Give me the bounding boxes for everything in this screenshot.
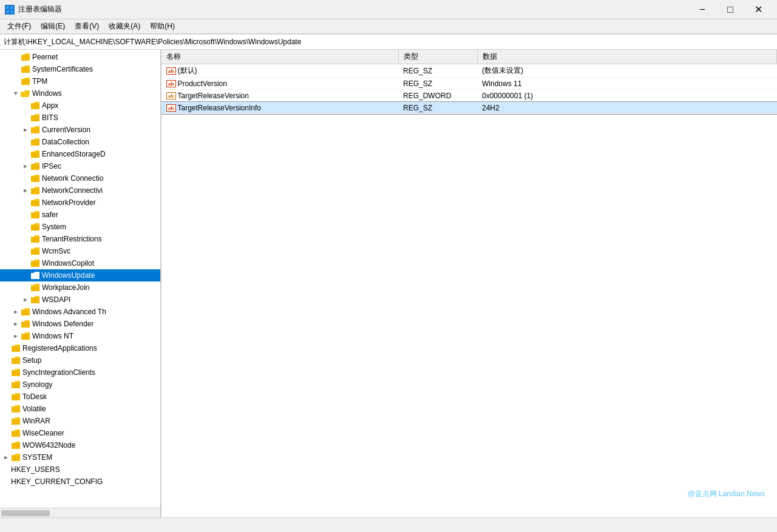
tree-item-windowsupdate[interactable]: WindowsUpdate	[0, 269, 160, 281]
expand-empty	[1, 428, 11, 438]
col-header-type: 类型	[398, 50, 477, 64]
tree-label-peernet: Peernet	[32, 53, 58, 61]
tree-item-hkeyusers[interactable]: HKEY_USERS	[0, 463, 160, 476]
tree-item-networkconnectio[interactable]: Network Connectio	[0, 172, 160, 184]
tree-item-windowsdefender[interactable]: ► Windows Defender	[0, 318, 160, 330]
expand-empty	[21, 283, 30, 292]
expand-empty	[1, 392, 11, 402]
folder-icon	[11, 380, 21, 389]
tree-item-networkconnectivi[interactable]: ► NetworkConnectivi	[0, 184, 160, 197]
expand-empty	[1, 343, 11, 353]
menu-bar: 文件(F) 编辑(E) 查看(V) 收藏夹(A) 帮助(H)	[0, 19, 777, 34]
expand-ipsec[interactable]: ►	[21, 161, 30, 171]
tree-label-workplacejoin: WorkplaceJoin	[42, 283, 89, 292]
expand-empty	[1, 465, 11, 474]
maximize-button[interactable]: □	[716, 0, 744, 19]
close-button[interactable]: ✕	[744, 0, 772, 19]
folder-icon	[30, 174, 40, 183]
tree-item-windowsnt[interactable]: ► Windows NT	[0, 330, 160, 342]
main-content: Peernet SystemCertificates TPM ▼ Windows	[0, 50, 777, 517]
cell-type: REG_SZ	[398, 78, 477, 90]
reg-type-icon-ab: ab	[166, 104, 176, 112]
folder-icon	[11, 453, 21, 462]
expand-windowsdefender[interactable]: ►	[11, 319, 21, 329]
tree-label-datacollection: DataCollection	[42, 138, 89, 146]
tree-item-datacollection[interactable]: DataCollection	[0, 136, 160, 148]
tree-item-volatile[interactable]: Volatile	[0, 403, 160, 415]
expand-empty	[21, 198, 30, 207]
address-bar: 计算机\HKEY_LOCAL_MACHINE\SOFTWARE\Policies…	[0, 34, 777, 50]
expand-system2[interactable]: ►	[1, 453, 11, 462]
folder-icon	[30, 259, 40, 268]
expand-currentversion[interactable]: ►	[21, 125, 30, 135]
svg-rect-3	[10, 10, 13, 13]
tree-item-hkeycurrent[interactable]: HKEY_CURRENT_CONFIG	[0, 476, 160, 488]
cell-type: REG_SZ	[398, 64, 477, 78]
tree-item-wcmsvc[interactable]: WcmSvc	[0, 245, 160, 257]
table-row[interactable]: ab ProductVersion REG_SZ Windows 11	[161, 78, 777, 90]
tree-item-safer[interactable]: safer	[0, 209, 160, 221]
expand-windowsadvancedth[interactable]: ►	[11, 307, 21, 317]
tree-item-wisecleaner[interactable]: WiseCleaner	[0, 427, 160, 439]
folder-icon	[30, 247, 40, 255]
folder-icon	[30, 235, 40, 243]
expand-empty	[21, 101, 30, 110]
tree-label-windowsdefender: Windows Defender	[32, 320, 93, 328]
tree-item-syncintegration[interactable]: SyncIntegrationClients	[0, 366, 160, 379]
tree-label-system2: SYSTEM	[22, 453, 52, 462]
tree-item-registeredapps[interactable]: RegisteredApplications	[0, 342, 160, 354]
tree-label-appx: Appx	[42, 101, 58, 110]
tree-item-tenantrestrictions[interactable]: TenantRestrictions	[0, 233, 160, 245]
tree-item-windows[interactable]: ▼ Windows	[0, 87, 160, 99]
menu-favorites[interactable]: 收藏夹(A)	[104, 20, 145, 33]
folder-icon	[11, 356, 21, 365]
menu-help[interactable]: 帮助(H)	[145, 20, 180, 33]
tree-item-networkprovider[interactable]: NetworkProvider	[0, 197, 160, 209]
tree-label-windowsadvancedth: Windows Advanced Th	[32, 308, 106, 316]
tree-horizontal-scrollbar[interactable]	[0, 508, 160, 517]
cell-data: 24H2	[477, 102, 777, 114]
tree-item-peernet[interactable]: Peernet	[0, 51, 160, 63]
svg-rect-1	[10, 6, 13, 9]
tree-item-appx[interactable]: Appx	[0, 99, 160, 112]
tree-content[interactable]: Peernet SystemCertificates TPM ▼ Windows	[0, 50, 160, 508]
folder-icon	[21, 308, 30, 316]
expand-empty	[1, 416, 11, 426]
table-row[interactable]: ab (默认) REG_SZ (数值未设置)	[161, 64, 777, 78]
tree-item-synology[interactable]: Synology	[0, 379, 160, 391]
tree-item-windowsadvancedth[interactable]: ► Windows Advanced Th	[0, 306, 160, 318]
tree-item-bits[interactable]: BITS	[0, 112, 160, 124]
tree-item-wsdapi[interactable]: ► WSDAPI	[0, 294, 160, 306]
tree-item-wow6432node[interactable]: WOW6432Node	[0, 439, 160, 451]
expand-networkconnectivi[interactable]: ►	[21, 186, 30, 195]
tree-item-syscerts[interactable]: SystemCertificates	[0, 63, 160, 75]
tree-item-system[interactable]: System	[0, 221, 160, 233]
tree-item-windowscopilot[interactable]: WindowsCopilot	[0, 257, 160, 269]
minimize-button[interactable]: −	[688, 0, 716, 19]
tree-item-system2[interactable]: ► SYSTEM	[0, 451, 160, 463]
tree-item-setup[interactable]: Setup	[0, 354, 160, 366]
expand-empty	[1, 368, 11, 377]
tree-item-tpm[interactable]: TPM	[0, 75, 160, 87]
tree-item-ipsec[interactable]: ► IPSec	[0, 160, 160, 172]
folder-icon	[30, 162, 40, 170]
menu-file[interactable]: 文件(F)	[2, 20, 36, 33]
table-row[interactable]: ab TargetReleaseVersionInfo REG_SZ 24H2	[161, 102, 777, 114]
expand-windows[interactable]: ▼	[11, 89, 21, 98]
tree-item-todesk[interactable]: ToDesk	[0, 391, 160, 403]
tree-panel: Peernet SystemCertificates TPM ▼ Windows	[0, 50, 161, 517]
tree-item-winrar[interactable]: WinRAR	[0, 415, 160, 427]
expand-empty	[1, 477, 11, 487]
tree-item-currentversion[interactable]: ► CurrentVersion	[0, 124, 160, 136]
menu-view[interactable]: 查看(V)	[70, 20, 104, 33]
expand-windowsnt[interactable]: ►	[11, 331, 21, 341]
tree-item-workplacejoin[interactable]: WorkplaceJoin	[0, 281, 160, 294]
tree-label-setup: Setup	[22, 356, 41, 365]
table-row[interactable]: ab TargetReleaseVersion REG_DWORD 0x0000…	[161, 90, 777, 102]
tree-label-safer: safer	[42, 210, 58, 219]
menu-edit[interactable]: 编辑(E)	[36, 20, 70, 33]
scrollbar-thumb-horizontal[interactable]	[1, 510, 50, 516]
expand-wsdapi[interactable]: ►	[21, 295, 30, 305]
tree-item-enhancedstoraged[interactable]: EnhancedStorageD	[0, 148, 160, 160]
expand-empty	[1, 440, 11, 450]
